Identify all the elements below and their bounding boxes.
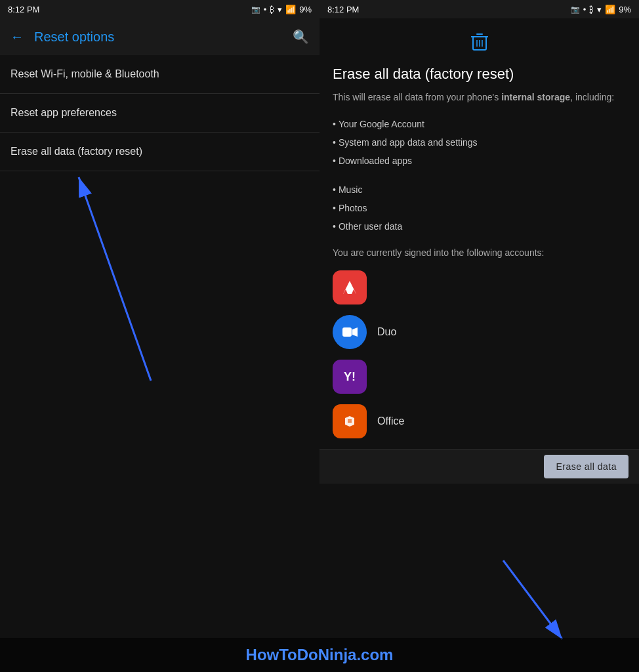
left-camera-icon: 📷 (251, 5, 260, 14)
svg-line-15 (503, 560, 562, 639)
back-button[interactable]: ← (10, 30, 24, 45)
erase-description: This will erase all data from your phone… (333, 91, 626, 104)
page-title: Reset options (34, 30, 293, 45)
trash-icon (468, 29, 491, 58)
left-status-bar: 8:12 PM 📷 • ₿ ▾ 📶 9% (0, 0, 320, 18)
data-item-3: Music (333, 180, 626, 199)
left-panel: 8:12 PM 📷 • ₿ ▾ 📶 9% ← Reset options 🔍 (0, 0, 320, 672)
left-header: ← Reset options 🔍 (0, 18, 320, 55)
right-bt-icon: ₿ (589, 5, 594, 14)
duo-icon (333, 315, 367, 349)
office-label: Office (377, 415, 405, 427)
left-signal-icon: 📶 (285, 5, 296, 14)
right-wifi-icon: ▾ (597, 5, 602, 14)
bottom-bar: Erase all data (320, 449, 639, 484)
app-row-duo: Duo (333, 315, 626, 349)
menu-item-app-prefs[interactable]: Reset app preferences (0, 94, 320, 133)
data-items-list: Your Google Account System and app data … (333, 115, 626, 236)
right-dot: • (583, 5, 587, 14)
data-item-0: Your Google Account (333, 115, 626, 133)
app-icons-list: Duo Y! (333, 270, 626, 438)
menu-item-wifi[interactable]: Reset Wi-Fi, mobile & Bluetooth (0, 55, 320, 94)
trash-icon-container (333, 29, 626, 58)
left-battery: 9% (299, 5, 312, 14)
erase-all-data-button[interactable]: Erase all data (544, 455, 629, 478)
data-item-5: Other user data (333, 217, 626, 236)
right-battery: 9% (619, 5, 631, 14)
office-icon (333, 404, 367, 438)
app-row-office: Office (333, 404, 626, 438)
right-signal-icon: 📶 (605, 5, 615, 14)
left-time: 8:12 PM (8, 5, 39, 14)
left-dot: • (264, 5, 267, 14)
adobe-icon (333, 270, 367, 304)
left-wifi-icon: ▾ (278, 5, 282, 14)
data-item-1: System and app data and settings (333, 133, 626, 152)
right-status-bar: 8:12 PM 📷 • ₿ ▾ 📶 9% (320, 0, 639, 18)
yahoo-icon: Y! (333, 360, 367, 394)
app-row-yahoo: Y! (333, 360, 626, 394)
watermark-text: HowToDoNinja.com (246, 646, 394, 663)
left-bt-icon: ₿ (270, 5, 274, 14)
svg-marker-12 (352, 327, 358, 337)
left-arrow-annotation (0, 131, 320, 459)
right-camera-icon: 📷 (571, 5, 580, 14)
app-row-adobe (333, 270, 626, 304)
right-time: 8:12 PM (327, 5, 359, 14)
right-panel: 8:12 PM 📷 • ₿ ▾ 📶 9% (320, 0, 639, 672)
erase-title: Erase all data (factory reset) (333, 66, 626, 83)
data-item-4: Photos (333, 199, 626, 217)
right-content: Erase all data (factory reset) This will… (320, 18, 639, 449)
watermark: HowToDoNinja.com (0, 638, 639, 672)
svg-line-1 (79, 177, 151, 381)
data-item-2: Downloaded apps (333, 152, 626, 170)
left-menu: Reset Wi-Fi, mobile & Bluetooth Reset ap… (0, 55, 320, 171)
duo-label: Duo (377, 326, 396, 338)
accounts-text: You are currently signed into the follow… (333, 246, 626, 260)
search-button[interactable]: 🔍 (293, 29, 309, 45)
svg-rect-11 (342, 327, 352, 337)
menu-item-factory-reset[interactable]: Erase all data (factory reset) (0, 133, 320, 171)
